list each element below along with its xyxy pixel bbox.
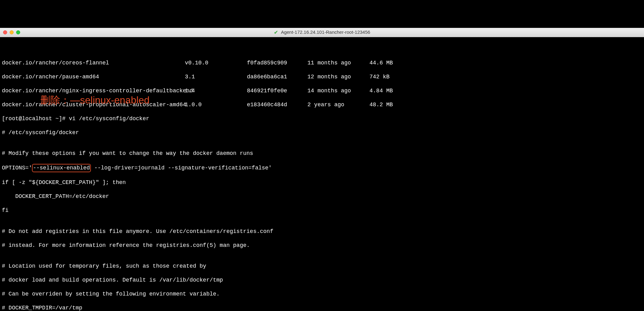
terminal-viewport[interactable]: docker.io/rancher/coreos-flannelv0.10.0f…: [0, 51, 644, 311]
annotation-delete-selinux: 删除：—selinux-enabled: [40, 94, 150, 106]
file-line: # Do not add registries in this file any…: [2, 228, 642, 235]
window-titlebar: ✔ Agent-172.16.24.101-Rancher-root-12345…: [0, 28, 644, 37]
image-tag: 1.4: [185, 87, 247, 94]
file-line: DOCKER_CERT_PATH=/etc/docker: [2, 193, 642, 200]
file-line: # DOCKER_TMPDIR=/var/tmp: [2, 304, 642, 311]
file-line: # Modify these options if you want to ch…: [2, 150, 642, 157]
image-size: 48.2 MB: [369, 101, 393, 108]
image-id: 846921f0fe0e: [247, 87, 307, 94]
file-line: if [ -z "${DOCKER_CERT_PATH}" ]; then: [2, 179, 642, 186]
image-size: 4.84 MB: [369, 87, 393, 94]
image-row: docker.io/rancher/coreos-flannelv0.10.0f…: [2, 59, 642, 67]
file-line: # instead. For more information referenc…: [2, 242, 642, 249]
image-id: e183460c484d: [247, 101, 307, 108]
image-size: 742 kB: [369, 73, 390, 81]
options-prefix: OPTIONS=': [2, 165, 32, 171]
image-repo: docker.io/rancher/nginx-ingress-controll…: [2, 87, 185, 94]
file-line: # /etc/sysconfig/docker: [2, 129, 642, 136]
check-icon: ✔: [274, 29, 278, 36]
maximize-button[interactable]: [16, 30, 20, 34]
image-id: da86e6ba6ca1: [247, 73, 307, 81]
file-line: # Can be overriden by setting the follow…: [2, 291, 642, 298]
image-row: docker.io/rancher/pause-amd643.1da86e6ba…: [2, 73, 642, 81]
image-age: 14 months ago: [307, 87, 369, 94]
options-suffix: --log-driver=journald --signature-verifi…: [91, 165, 272, 171]
file-line: fi: [2, 207, 642, 214]
file-line: # docker load and build operations. Defa…: [2, 277, 642, 284]
file-line-options: OPTIONS='--selinux-enabled --log-driver=…: [2, 164, 642, 172]
image-repo: docker.io/rancher/pause-amd64: [2, 73, 185, 81]
image-row: docker.io/rancher/nginx-ingress-controll…: [2, 87, 642, 94]
image-age: 12 months ago: [307, 73, 369, 81]
traffic-lights: [3, 30, 20, 34]
image-size: 44.6 MB: [369, 59, 393, 67]
image-age: 11 months ago: [307, 59, 369, 67]
title-center: ✔ Agent-172.16.24.101-Rancher-root-12345…: [274, 29, 370, 36]
image-age: 2 years ago: [307, 101, 369, 108]
image-tag: 3.1: [185, 73, 247, 81]
window-title: Agent-172.16.24.101-Rancher-root-123456: [281, 29, 370, 35]
prompt-line: [root@localhost ~]# vi /etc/sysconfig/do…: [2, 115, 642, 122]
close-button[interactable]: [3, 30, 7, 34]
image-tag: 1.0.0: [185, 101, 247, 108]
image-repo: docker.io/rancher/coreos-flannel: [2, 59, 185, 67]
image-tag: v0.10.0: [185, 59, 247, 67]
file-line: # Location used for temporary files, suc…: [2, 263, 642, 270]
minimize-button[interactable]: [10, 30, 14, 34]
selinux-highlight: --selinux-enabled: [32, 164, 91, 172]
image-id: f0fad859c909: [247, 59, 307, 67]
